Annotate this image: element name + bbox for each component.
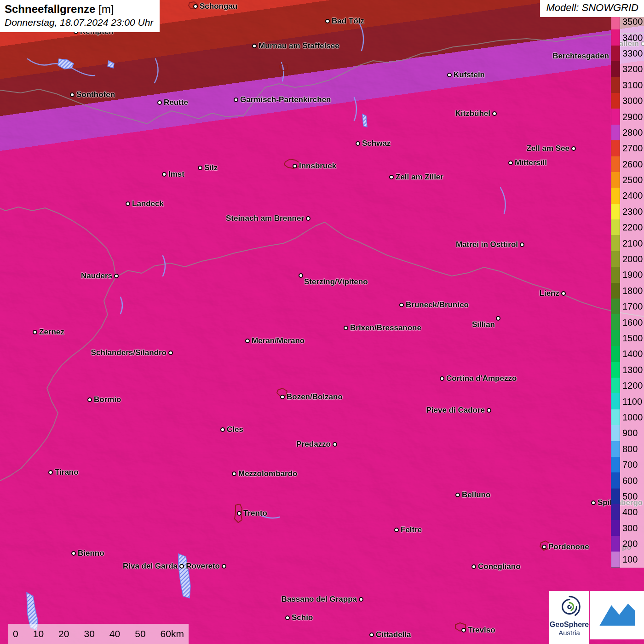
city-dot [87,397,92,402]
legend-value-label: 1800 [620,286,643,295]
city-dot [280,395,285,399]
legend-value-label: 3200 [620,64,643,74]
legend-value-label: 100 [620,555,638,564]
legend-value-label: 1200 [620,381,643,390]
city-dot [198,166,202,170]
legend-color-swatch [611,93,620,109]
legend-value-label: 2000 [620,254,643,264]
city-dot [369,632,374,637]
city-dot [496,316,500,321]
geosphere-logo-subtext: Austria [558,629,580,637]
city-label: Sillian [472,320,495,329]
city-dot [399,303,404,307]
legend-value-label: 1100 [620,397,642,406]
legend-entry: 2900 [611,109,644,124]
city-dot [571,146,576,151]
legend-value-label: 1900 [620,270,643,279]
city-dot [394,528,399,532]
city-dot [293,164,297,168]
city-dot [179,564,184,569]
city-label: Treviso [468,626,495,635]
city-label: Meran/Merano [252,336,305,345]
city-dot [252,44,257,48]
city-label: Reutte [164,98,188,107]
city-dot [157,100,162,105]
city-dot [193,4,198,9]
legend-value-label: 300 [620,523,638,533]
legend-entry: 2100 [611,235,644,251]
scalebar-tick-label: 10 [33,628,44,639]
scalebar-tick-label: 60km [161,628,184,639]
legend-color-swatch [611,520,620,536]
geosphere-logo-box: GeoSphere Austria [549,591,589,644]
legend-entry: 100 [611,552,644,567]
city-label: Bozen/Bolzano [287,392,343,402]
legend-color-swatch [611,172,620,188]
legend-entry: 3200 [611,61,644,77]
city-dot [447,73,452,77]
city-label: Zell am See [526,144,569,153]
legend-color-swatch [611,504,620,520]
city-label: Cittadella [376,630,411,639]
city-dot [440,376,444,381]
legend-value-label: 2700 [620,144,643,153]
legend-entry: 2600 [611,156,644,172]
city-dot [325,19,330,23]
city-label: Feltre [401,525,422,535]
city-dot [245,339,250,343]
city-label: Berchtesgaden [552,52,609,61]
scalebar-tick-label: 40 [109,628,120,639]
legend-entry: 400 [611,504,644,520]
city-label: Bassano del Grappa [282,595,357,604]
legend-entry: 1000 [611,409,644,425]
legend-entry: 3100 [611,77,644,93]
legend-entry: 3400 [611,29,644,45]
legend-value-label: 1000 [620,413,643,422]
legend-color-swatch [611,425,620,441]
city-label: Kufstein [454,70,485,80]
legend-color-swatch [611,299,620,314]
city-dot [389,175,394,179]
legend-value-label: 2100 [620,239,643,248]
model-label: Modell: SNOWGRID [540,0,644,17]
legend-color-swatch [611,472,620,488]
scalebar-tick-label: 20 [58,628,69,639]
legend-value-label: 3300 [620,49,643,58]
legend-color-swatch [611,536,620,552]
scalebar: 0102030405060km [8,624,189,644]
legend-entry: 1800 [611,283,644,299]
city-dot [542,545,546,549]
legend-value-label: 2600 [620,160,643,169]
legend-value-label: 400 [620,507,638,517]
legend-entries: 3500340033003200310030002900280027002600… [611,14,644,568]
city-dot [70,92,75,97]
legend-entry: 500 [611,489,644,504]
city-dot [237,511,242,516]
legend-color-swatch [611,378,620,393]
city-label: Cles [227,425,243,434]
city-dot [455,493,460,497]
legend-value-label: 3500 [620,17,643,26]
title-unit: [m] [98,3,114,15]
legend-value-label: 2400 [620,191,643,200]
city-label: Landeck [132,199,164,208]
city-label: Cortina d'Ampezzo [446,374,517,383]
city-label: Zell am Ziller [396,172,443,182]
legend-color-swatch [611,125,620,140]
legend-entry: 1500 [611,330,644,346]
scalebar-tick-label: 30 [84,628,94,639]
legend-entry: 3000 [611,93,644,109]
city-label: Innsbruck [299,161,336,171]
city-label: Tirano [55,468,79,477]
legend-color-swatch [611,362,620,378]
city-label: Sterzing/Vipiteno [304,277,368,287]
legend-color-swatch [611,235,620,251]
legend-entry: 1700 [611,299,644,314]
city-label: Trento [243,509,267,518]
legend-color-swatch [611,330,620,346]
city-label: Lienz [540,289,559,298]
legend-entry: 2200 [611,219,644,235]
legend-value-label: 1400 [620,349,643,358]
legend-color-swatch [611,267,620,282]
legend-color-swatch [611,283,620,299]
